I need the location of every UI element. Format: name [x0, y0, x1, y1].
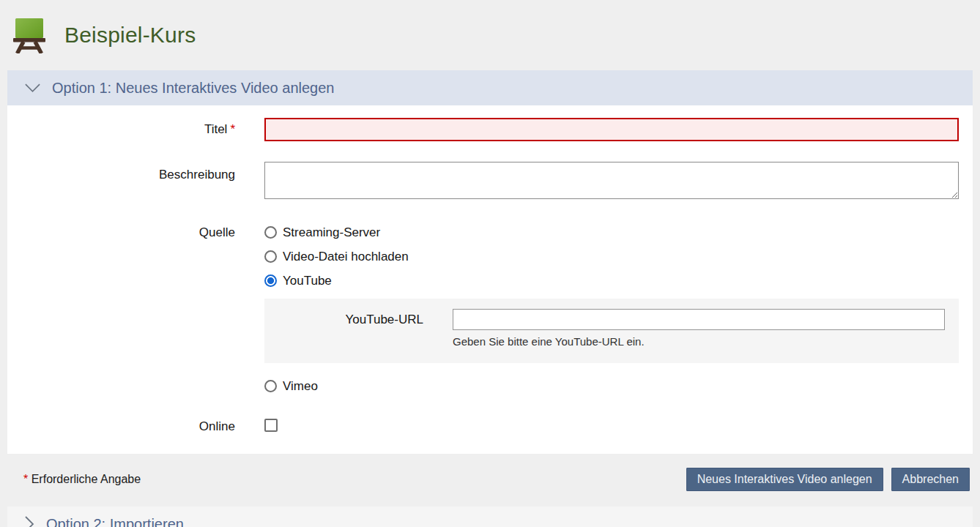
description-label: Beschreibung — [7, 162, 235, 202]
radio-streaming-server[interactable] — [264, 226, 277, 239]
page-title: Beispiel-Kurs — [64, 23, 196, 48]
source-label: Quelle — [7, 220, 235, 398]
required-asterisk: * — [230, 122, 235, 136]
title-field-row: Titel* — [7, 118, 973, 141]
radio-vimeo[interactable] — [264, 380, 277, 392]
radio-vimeo-label: Vimeo — [283, 379, 318, 394]
radio-video-upload-label: Video-Datei hochladen — [283, 250, 409, 264]
radio-row-streaming-server: Streaming-Server — [264, 220, 959, 244]
online-checkbox[interactable] — [264, 419, 278, 432]
course-easel-icon — [12, 18, 46, 53]
chevron-right-icon — [24, 515, 35, 527]
youtube-url-input[interactable] — [453, 309, 945, 330]
radio-row-vimeo: Vimeo — [264, 374, 959, 398]
accordion-option1-header[interactable]: Option 1: Neues Interaktives Video anleg… — [7, 70, 973, 105]
required-note-text: Erforderliche Angabe — [31, 473, 141, 485]
radio-row-video-upload: Video-Datei hochladen — [264, 244, 959, 269]
content-area: Option 1: Neues Interaktives Video anleg… — [7, 70, 973, 527]
cancel-button[interactable]: Abbrechen — [891, 468, 970, 491]
required-note-asterisk: * — [23, 473, 28, 485]
accordion-option2-header[interactable]: Option 2: Importieren — [7, 507, 973, 527]
radio-streaming-server-label: Streaming-Server — [283, 225, 380, 240]
youtube-url-hint: Geben Sie bitte eine YouTube-URL ein. — [453, 335, 945, 348]
radio-youtube-label: YouTube — [283, 274, 332, 288]
accordion-option2-label: Option 2: Importieren — [46, 516, 184, 527]
description-textarea[interactable] — [264, 162, 959, 199]
form-footer: * Erforderliche Angabe Neues Interaktive… — [7, 454, 973, 504]
youtube-url-label: YouTube-URL — [264, 309, 423, 348]
submit-button[interactable]: Neues Interaktives Video anlegen — [686, 468, 883, 491]
radio-video-upload[interactable] — [264, 250, 277, 263]
online-field-row: Online — [7, 419, 973, 435]
title-label: Titel* — [7, 122, 235, 137]
youtube-url-subpanel: YouTube-URL Geben Sie bitte eine YouTube… — [264, 299, 959, 363]
title-input[interactable] — [264, 118, 959, 141]
accordion-option1-label: Option 1: Neues Interaktives Video anleg… — [52, 80, 334, 97]
page: Beispiel-Kurs Option 1: Neues Interaktiv… — [0, 0, 980, 527]
description-field-row: Beschreibung — [7, 162, 973, 202]
online-label: Online — [7, 419, 235, 434]
app-header: Beispiel-Kurs — [0, 0, 980, 70]
required-note: * Erforderliche Angabe — [23, 473, 141, 486]
radio-row-youtube: YouTube — [264, 269, 959, 293]
chevron-down-icon — [24, 83, 41, 93]
source-field-row: Quelle Streaming-Server Video-Datei hoch… — [7, 220, 973, 398]
new-video-form: Titel* Beschreibung Quelle — [7, 105, 973, 454]
radio-youtube[interactable] — [264, 274, 277, 287]
